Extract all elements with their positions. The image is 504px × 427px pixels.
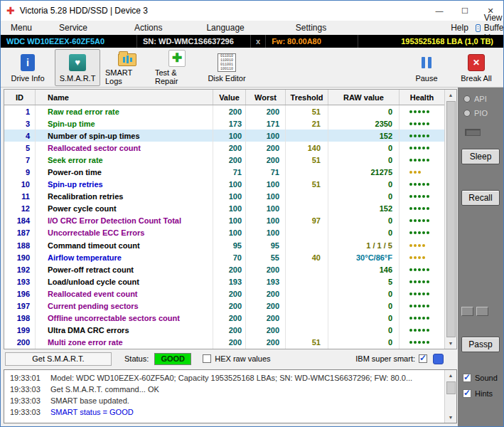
log-scrollbar[interactable]: ▲ ▼ — [444, 370, 456, 423]
log-line: 19:33:01 Model: WDC WD10EZEX-60ZF5A0; Ca… — [10, 372, 444, 384]
health-dot — [418, 268, 421, 271]
health-dot — [427, 135, 429, 137]
toolbar: i Drive Info ♥ S.M.A.R.T SMART Logs ✚ Te… — [1, 48, 503, 88]
attr-raw-value: 0 — [328, 300, 400, 312]
attr-name: Current pending sectors — [36, 300, 213, 312]
drive-info-button[interactable]: i Drive Info — [5, 49, 50, 86]
attr-worst: 71 — [246, 166, 286, 178]
table-row[interactable]: 193 Load/unload cycle count 193 193 5 — [4, 275, 444, 288]
attr-raw-value: 0 — [328, 325, 400, 337]
attr-raw-value: 21275 — [328, 166, 400, 178]
table-row[interactable]: 196 Reallocated event count 200 200 0 — [4, 288, 444, 300]
minimize-button[interactable]: — — [427, 1, 452, 21]
attr-treshold — [286, 239, 328, 251]
attr-treshold — [286, 300, 328, 312]
header-health: Health — [400, 93, 444, 102]
table-row[interactable]: 5 Reallocated sector count 200 200 140 0 — [4, 142, 444, 154]
menu-item-settings[interactable]: Settings — [289, 23, 333, 33]
break-all-button[interactable]: ✕ Break All — [454, 49, 499, 86]
attr-name: Spin-up time — [36, 117, 213, 130]
scroll-down-icon[interactable]: ▼ — [445, 412, 456, 423]
attr-treshold — [286, 227, 328, 239]
health-dot — [414, 268, 417, 271]
menu-item-actions[interactable]: Actions — [127, 23, 169, 33]
log-scroll-thumb[interactable] — [446, 381, 456, 394]
attr-health — [400, 159, 444, 162]
table-row[interactable]: 12 Power cycle count 100 100 152 — [4, 203, 444, 215]
health-dot — [418, 183, 421, 186]
table-row[interactable]: 197 Current pending sectors 200 200 0 — [4, 300, 444, 312]
hints-checkbox[interactable]: Hints — [463, 389, 493, 398]
pio-radio[interactable]: PIO — [463, 109, 488, 117]
attr-name: Airflow temperature — [36, 251, 213, 263]
health-dot — [409, 231, 412, 234]
table-row[interactable]: 200 Multi zone error rate 200 200 51 0 — [4, 337, 444, 349]
recall-button[interactable]: Recall — [461, 190, 500, 206]
smart-logs-button[interactable]: SMART Logs — [104, 49, 150, 86]
attr-id: 5 — [4, 142, 36, 154]
passp-button[interactable]: Passp — [461, 337, 500, 352]
scroll-down-icon[interactable]: ▼ — [445, 338, 456, 349]
bottom-status-strip — [1, 423, 458, 426]
app-window: ✚ Victoria 5.28 HDD/SSD | Device 3 — ☐ ✕… — [0, 0, 504, 427]
log-line: 19:33:03 Get S.M.A.R.T. command... OK — [10, 384, 444, 395]
menu-bar: Menu Service Actions Language Settings H… — [1, 21, 503, 35]
table-row[interactable]: 1 Raw read error rate 200 200 51 0 — [4, 105, 444, 117]
table-row[interactable]: 198 Offline uncorrectable sectors count … — [4, 312, 444, 325]
disk-editor-button[interactable]: 011010110010011001100110 Disk Editor — [204, 49, 250, 86]
table-scrollbar[interactable]: ▲ ▼ — [444, 90, 456, 349]
attr-health — [400, 135, 444, 137]
get-smart-button[interactable]: Get S.M.A.R.T. — [5, 352, 112, 366]
health-dot — [422, 305, 425, 307]
table-row[interactable]: 4 Number of spin-up times 100 100 152 — [4, 130, 444, 142]
smart-icon: ♥ — [69, 53, 86, 73]
attr-health — [400, 244, 444, 247]
device-bar-x-button[interactable]: x — [251, 35, 266, 48]
attr-value: 100 — [213, 203, 246, 215]
attr-name: Load/unload cycle count — [36, 275, 213, 288]
smart-logs-label: SMART Logs — [105, 68, 149, 85]
smart-button[interactable]: ♥ S.M.A.R.T — [55, 49, 100, 86]
attr-value: 100 — [213, 215, 246, 227]
ibm-super-smart-checkbox[interactable]: IBM super smart: — [355, 354, 427, 363]
table-row[interactable]: 7 Seek error rate 200 200 51 0 — [4, 154, 444, 166]
attr-value: 193 — [213, 275, 246, 288]
menu-item-service[interactable]: Service — [52, 23, 95, 33]
blue-indicator-button[interactable] — [433, 354, 444, 364]
table-row[interactable]: 10 Spin-up retries 100 100 51 0 — [4, 179, 444, 191]
attr-treshold: 140 — [286, 142, 328, 154]
health-dot — [414, 195, 417, 198]
sound-checkbox[interactable]: Sound — [463, 374, 498, 382]
menu-item-help[interactable]: Help — [444, 23, 476, 33]
menu-item-menu[interactable]: Menu — [4, 23, 39, 33]
table-row[interactable]: 9 Power-on time 71 71 21275 — [4, 166, 444, 178]
sleep-button[interactable]: Sleep — [461, 149, 500, 164]
health-dot — [422, 110, 425, 113]
table-row[interactable]: 11 Recalibration retries 100 100 0 — [4, 191, 444, 203]
attr-value: 95 — [213, 239, 246, 251]
scroll-up-icon[interactable]: ▲ — [445, 90, 456, 100]
pause-button[interactable]: Pause — [404, 49, 449, 86]
maximize-button[interactable]: ☐ — [452, 1, 478, 21]
table-row[interactable]: 199 Ultra DMA CRC errors 200 200 0 — [4, 325, 444, 337]
tiny-right-button[interactable] — [476, 307, 488, 316]
table-row[interactable]: 190 Airflow temperature 70 55 40 30°C/86… — [4, 251, 444, 263]
table-row[interactable]: 187 Uncorrectable ECC Errors 100 100 0 — [4, 227, 444, 239]
attr-value: 200 — [213, 105, 246, 117]
device-model: WDC WD10EZEX-60ZF5A0 — [1, 35, 137, 48]
test-repair-button[interactable]: ✚ Test & Repair — [154, 49, 200, 86]
menu-item-language[interactable]: Language — [199, 23, 251, 33]
tiny-left-button[interactable] — [461, 307, 473, 316]
table-row[interactable]: 192 Power-off retract count 200 200 146 — [4, 263, 444, 275]
scroll-up-icon[interactable]: ▲ — [445, 370, 456, 381]
table-scroll-thumb[interactable] — [446, 101, 456, 337]
table-row[interactable]: 3 Spin-up time 173 171 21 2350 — [4, 117, 444, 130]
api-radio[interactable]: API — [463, 95, 487, 103]
health-dot — [422, 292, 425, 295]
table-row[interactable]: 188 Command timeout count 95 95 1 / 1 / … — [4, 239, 444, 251]
table-row[interactable]: 184 I/O CRC Error Detection Count Total … — [4, 215, 444, 227]
attr-health — [400, 195, 444, 198]
header-value: Value — [213, 90, 246, 105]
hex-raw-values-checkbox[interactable]: HEX raw values — [203, 354, 270, 363]
health-dot — [427, 268, 429, 271]
